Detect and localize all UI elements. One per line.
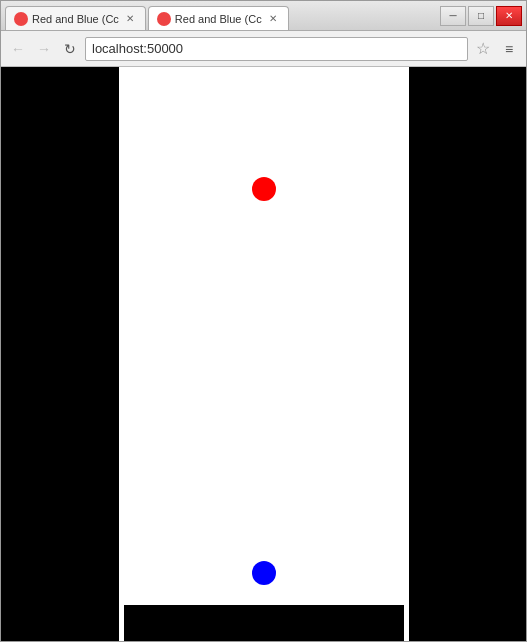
tab-1-label: Red and Blue (Cc [32,13,119,25]
forward-button[interactable]: → [33,38,55,60]
tab-2[interactable]: Red and Blue (Cc ✕ [148,6,289,30]
tab-1-favicon [14,12,28,26]
url-input[interactable] [85,37,468,61]
close-button[interactable]: ✕ [496,6,522,26]
tab-1[interactable]: Red and Blue (Cc ✕ [5,6,146,30]
minimize-button[interactable]: ─ [440,6,466,26]
tabs-container: Red and Blue (Cc ✕ Red and Blue (Cc ✕ [5,1,436,30]
tab-2-favicon [157,12,171,26]
black-right-panel [409,67,527,641]
tab-2-close[interactable]: ✕ [266,12,280,26]
address-bar: ← → ↻ ☆ ≡ [1,31,526,67]
black-left-panel [1,67,119,641]
red-dot [252,177,276,201]
maximize-button[interactable]: □ [468,6,494,26]
title-bar: Red and Blue (Cc ✕ Red and Blue (Cc ✕ ─ … [1,1,526,31]
window-controls: ─ □ ✕ [440,6,522,26]
content-area [1,67,526,641]
refresh-button[interactable]: ↻ [59,38,81,60]
tab-2-label: Red and Blue (Cc [175,13,262,25]
blue-dot [252,561,276,585]
back-button[interactable]: ← [7,38,29,60]
bookmark-icon[interactable]: ☆ [472,38,494,60]
page-content [119,67,409,641]
tab-1-close[interactable]: ✕ [123,12,137,26]
menu-icon[interactable]: ≡ [498,38,520,60]
black-bar [124,605,404,641]
browser-window: Red and Blue (Cc ✕ Red and Blue (Cc ✕ ─ … [0,0,527,642]
